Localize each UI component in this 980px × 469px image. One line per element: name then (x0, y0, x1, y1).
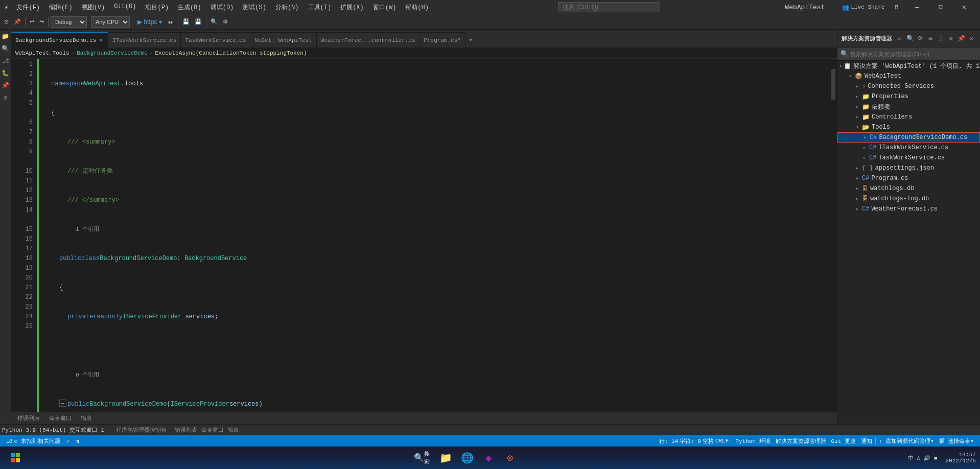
menu-file[interactable]: 文件(F) (12, 2, 44, 13)
toolbar-pin-btn[interactable]: 📌 (12, 17, 23, 26)
debug-config-dropdown[interactable]: Debug Release (51, 16, 87, 28)
menu-analyze[interactable]: 分析(N) (271, 2, 303, 13)
breadcrumb-class[interactable]: BackgroundServiceDemo (77, 50, 148, 56)
user-button[interactable]: R (892, 3, 901, 11)
code-content[interactable]: namespace WebApiTest.Tools { /// <summar… (49, 59, 830, 412)
status-python-env[interactable]: Python 环境 (733, 437, 772, 445)
breadcrumb-method[interactable]: ExecuteAsync(CancellationToken stoppingT… (155, 50, 307, 56)
tab-itaskworkservice[interactable]: ITaskWorkService.cs (108, 32, 181, 48)
tree-solution[interactable]: ▸ 📋 解决方案 'WebApiTest' (1 个项目, 共 1 个) (837, 61, 980, 71)
panel-collapse-icon[interactable]: ⊟ (926, 34, 935, 43)
toolbar-back-btn[interactable]: ⊙ (2, 17, 11, 26)
tab-backgroundservicedemo[interactable]: BackgroundServiceDemo.cs ✕ (11, 32, 108, 48)
taskbar-purple-icon[interactable]: ◆ (478, 447, 499, 469)
status-position[interactable]: 行: 14 字符: 9 空格 CRLF (657, 437, 731, 445)
menu-project[interactable]: 项目(P) (141, 2, 173, 13)
sidebar-debug-icon[interactable]: 🐛 (1, 68, 10, 78)
terminal-output-tab[interactable]: 输出 (228, 426, 239, 434)
status-solution-explorer[interactable]: 解决方案资源管理器 (774, 437, 828, 445)
terminal-tab-nuget[interactable]: 程序包管理器控制台 (116, 426, 167, 434)
taskbar-time-display[interactable]: 14:57 2022/12/6 (946, 452, 976, 464)
tree-properties[interactable]: ▸ 📁 Properties (837, 91, 980, 102)
tab-weatherforecast[interactable]: WeatherForec...controller.cs (317, 32, 420, 48)
close-button[interactable]: ✕ (952, 0, 976, 14)
tree-program[interactable]: ▸ C# Program.cs (837, 173, 980, 183)
panel-settings-icon[interactable]: ⚙ (946, 34, 955, 43)
toolbar-redo-btn[interactable]: ↪ (37, 17, 46, 26)
terminal-tab-python[interactable]: Python 3.9 (64-bit) 交互式窗口 1 (2, 426, 104, 434)
status-git-changes[interactable]: Git 更改 (829, 437, 858, 445)
toolbar-find-btn[interactable]: 🔍 (208, 17, 220, 26)
status-notifications[interactable]: 通知 (859, 437, 874, 445)
toolbar-tools-btn[interactable]: ⚙ (221, 17, 230, 26)
tab-nuget[interactable]: NuGet: WebApiTest (250, 32, 316, 48)
minimize-button[interactable]: — (905, 0, 929, 14)
tree-weatherforecast[interactable]: ▸ C# WeatherForecast.cs (837, 204, 980, 214)
sidebar-settings-icon[interactable]: ⚙ (1, 93, 10, 102)
menu-git[interactable]: Git(G) (110, 2, 140, 13)
sidebar-git-icon[interactable]: ⎇ (1, 56, 10, 65)
start-button[interactable] (4, 447, 27, 469)
panel-home-icon[interactable]: ⌂ (895, 34, 904, 43)
toolbar-attach-btn[interactable]: ⏭ (166, 18, 176, 26)
collapse-icon-10[interactable]: — (59, 400, 66, 407)
tree-project[interactable]: ▾ 📦 WebApiTest (837, 71, 980, 81)
toolbar-undo-btn[interactable]: ↩ (28, 17, 36, 26)
bottom-tab-terminal[interactable]: 命令窗口 (45, 413, 76, 424)
tree-taskworkservice[interactable]: ▸ C# TaskWorkService.cs (837, 153, 980, 163)
menu-extensions[interactable]: 扩展(X) (336, 2, 368, 13)
live-share-button[interactable]: 👥 Live Share (839, 3, 888, 12)
global-search-input[interactable] (558, 2, 660, 12)
panel-refresh-icon[interactable]: ⟳ (916, 34, 925, 43)
status-arrows[interactable]: ⇅ (74, 435, 82, 447)
code-editor[interactable]: 1 2 3 4 5 6 7 8 9 10 11 12 13 14 15 16 1… (11, 59, 837, 412)
tab-close-btn[interactable]: ✕ (98, 37, 104, 43)
tab-program[interactable]: Program.cs* (419, 32, 465, 48)
status-git[interactable]: ⎇ ⊙ 未找到相关问题 (4, 435, 62, 447)
terminal-cmd-tab[interactable]: 命令窗口 (201, 426, 224, 434)
taskbar-explorer[interactable]: 📁 (435, 447, 456, 469)
tree-watchlogs[interactable]: ▸ 🗄 watchlogs.db (837, 183, 980, 194)
tree-controllers[interactable]: ▸ 📁 Controllers (837, 112, 980, 122)
toolbar-save-btn[interactable]: 💾 (180, 17, 192, 26)
status-add-to-source[interactable]: ↑ 添加到源代码管理▾ (877, 437, 936, 445)
taskbar-search[interactable]: 🔍 搜索 (414, 447, 434, 469)
tree-tools-folder[interactable]: ▾ 📂 Tools (837, 122, 980, 132)
panel-filter-icon[interactable]: ☰ (936, 34, 945, 43)
terminal-errors-tab[interactable]: 错误列表 (175, 426, 197, 434)
toolbar-saveall-btn[interactable]: 💾 (193, 17, 204, 26)
menu-view[interactable]: 视图(V) (78, 2, 109, 13)
breadcrumb-namespace[interactable]: WebApiTest.Tools (15, 50, 69, 56)
sidebar-pin-icon[interactable]: 📌 (1, 81, 10, 90)
taskbar-circle-icon[interactable]: ⊙ (500, 447, 520, 469)
solution-search-input[interactable] (850, 51, 977, 57)
taskbar-edge[interactable]: 🌐 (457, 447, 477, 469)
tree-appsettings[interactable]: ▸ { } appsettings.json (837, 163, 980, 173)
tab-taskworkservice[interactable]: TaskWorkService.cs (181, 32, 250, 48)
panel-search-icon[interactable]: 🔍 (905, 34, 915, 43)
menu-debug[interactable]: 调试(D) (206, 2, 238, 13)
platform-dropdown[interactable]: Any CPU (91, 16, 130, 28)
tree-dependencies[interactable]: ▸ 📁 依赖项 (837, 102, 980, 112)
panel-pin-icon[interactable]: 📌 (956, 34, 966, 43)
tab-scroll-right[interactable]: ▾ (465, 32, 476, 48)
menu-build[interactable]: 生成(B) (174, 2, 205, 13)
menu-edit[interactable]: 编辑(E) (45, 2, 77, 13)
menu-test[interactable]: 测试(S) (239, 2, 270, 13)
sidebar-explorer-icon[interactable]: 📁 (1, 32, 10, 41)
bottom-tab-errors[interactable]: 错误列表 (13, 413, 44, 424)
menu-tools[interactable]: 工具(T) (304, 2, 336, 13)
maximize-button[interactable]: ⧉ (929, 0, 952, 14)
scroll-thumb[interactable] (831, 69, 835, 100)
menu-window[interactable]: 窗口(W) (369, 2, 401, 13)
bottom-tab-output[interactable]: 输出 (77, 413, 96, 424)
tree-itaskworkservice[interactable]: ▸ C# ITaskWorkService.cs (837, 143, 980, 153)
status-insert-mode[interactable]: 插 选择命令▾ (937, 437, 976, 445)
tree-watchlogs-log[interactable]: ▸ 🗄 watchlogs-log.db (837, 194, 980, 204)
menu-help[interactable]: 帮助(H) (401, 2, 433, 13)
status-error-indicator[interactable]: ✓ (64, 435, 72, 447)
tree-connected-services[interactable]: ▸ ⚡ Connected Services (837, 81, 980, 91)
panel-close-icon[interactable]: ✕ (967, 34, 976, 43)
sidebar-search-icon[interactable]: 🔍 (1, 44, 10, 53)
vertical-scrollbar[interactable] (830, 59, 837, 412)
